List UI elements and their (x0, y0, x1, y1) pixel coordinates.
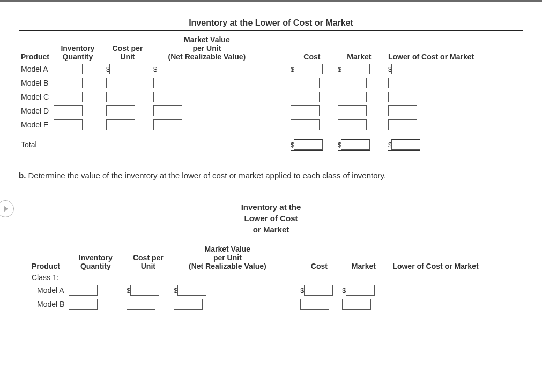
market-input[interactable] (342, 299, 371, 310)
qty-input[interactable] (54, 119, 83, 130)
total-row: Total$$$ (19, 132, 498, 152)
table-row: Model E (19, 118, 498, 132)
hdr2-market: Market (340, 244, 387, 272)
row-label: Model A (29, 283, 66, 297)
cpu-input[interactable] (106, 119, 135, 130)
market-input[interactable] (341, 64, 370, 74)
cost-input[interactable] (291, 78, 320, 88)
row-label: Model C (19, 90, 51, 104)
cpu-input[interactable] (106, 105, 135, 116)
mvpu-input[interactable] (153, 105, 182, 116)
row-label: Model B (29, 297, 66, 311)
table1-title: Inventory at the Lower of Cost or Market (19, 18, 523, 28)
part-b-instruction: b. Determine the value of the inventory … (19, 171, 523, 180)
table1: Product Inventory Quantity Cost per Unit… (19, 34, 498, 152)
lcm-input[interactable] (388, 92, 417, 102)
cost-input[interactable] (300, 299, 329, 310)
qty-input[interactable] (54, 78, 83, 88)
hdr2-mvpu: Market Value per Unit (Net Realizable Va… (172, 244, 283, 272)
table2: Product Inventory Quantity Cost per Unit… (29, 244, 507, 311)
hdr2-product: Product (29, 244, 66, 272)
lcm-input[interactable] (391, 64, 420, 74)
hdr-qty: Inventory Quantity (51, 34, 104, 62)
qty-input[interactable] (54, 64, 83, 74)
mvpu-input[interactable] (153, 119, 182, 130)
lcm-input[interactable] (388, 119, 417, 130)
market-input[interactable] (346, 285, 375, 296)
hdr-market: Market (336, 34, 383, 62)
row-label: Model B (19, 76, 51, 90)
qty-input[interactable] (54, 92, 83, 102)
hdr2-lcm: Lower of Cost or Market (387, 244, 507, 272)
row-label: Model E (19, 118, 51, 132)
hdr-product: Product (19, 34, 51, 62)
cpu-input[interactable] (109, 64, 138, 74)
cpu-input[interactable] (127, 299, 155, 310)
hdr2-cpu: Cost per Unit (124, 244, 172, 272)
hdr-cpu: Cost per Unit (104, 34, 151, 62)
cost-input[interactable] (291, 105, 320, 116)
class-label: Class 1: (29, 272, 507, 283)
table-row: Model B (29, 297, 507, 311)
total-cost-input[interactable] (294, 139, 323, 150)
qty-input[interactable] (54, 105, 83, 116)
hdr2-qty: Inventory Quantity (66, 244, 124, 272)
market-input[interactable] (338, 119, 367, 130)
mvpu-input[interactable] (174, 299, 203, 310)
cost-input[interactable] (291, 119, 320, 130)
total-market-input[interactable] (341, 139, 370, 150)
row-label: Model D (19, 104, 51, 118)
cpu-input[interactable] (106, 92, 135, 102)
title-rule (19, 30, 523, 31)
mvpu-input[interactable] (153, 92, 182, 102)
mvpu-input[interactable] (153, 78, 182, 88)
table-row: Model D (19, 104, 498, 118)
qty-input[interactable] (69, 285, 98, 296)
class-row: Class 1: (29, 272, 507, 283)
hdr-mvpu: Market Value per Unit (Net Realizable Va… (151, 34, 263, 62)
table2-title: Inventory at the Lower of Cost or Market (19, 201, 523, 235)
cpu-input[interactable] (130, 285, 159, 296)
market-input[interactable] (338, 105, 367, 116)
table-row: Model A$$$$$ (19, 62, 498, 76)
total-lcm-input[interactable] (391, 139, 420, 150)
cost-input[interactable] (294, 64, 323, 74)
cost-input[interactable] (304, 285, 333, 296)
cpu-input[interactable] (106, 78, 135, 88)
step-marker-icon (0, 200, 14, 217)
qty-input[interactable] (69, 299, 98, 310)
table-row: Model B (19, 76, 498, 90)
mvpu-input[interactable] (177, 285, 206, 296)
row-label: Model A (19, 62, 51, 76)
lcm-input[interactable] (388, 78, 417, 88)
market-input[interactable] (338, 92, 367, 102)
total-label: Total (19, 132, 51, 152)
cost-input[interactable] (291, 92, 320, 102)
table-row: Model C (19, 90, 498, 104)
hdr-cost: Cost (288, 34, 336, 62)
hdr-lcm: Lower of Cost or Market (383, 34, 498, 62)
market-input[interactable] (338, 78, 367, 88)
mvpu-input[interactable] (157, 64, 185, 74)
hdr2-cost: Cost (298, 244, 340, 272)
table-row: Model A$$$$ (29, 283, 507, 297)
lcm-input[interactable] (388, 105, 417, 116)
